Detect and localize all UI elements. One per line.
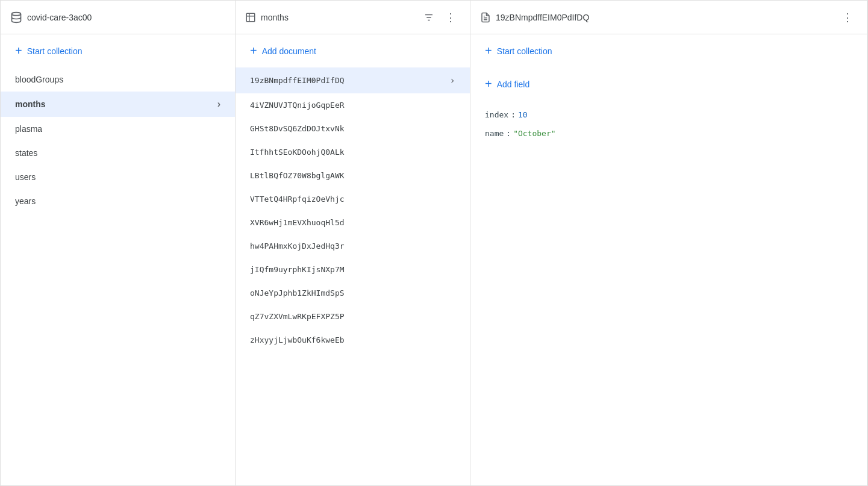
collection-label-months: months — [15, 99, 46, 109]
collection-item-states[interactable]: states — [1, 141, 235, 165]
collection-item-months[interactable]: months › — [1, 92, 235, 117]
document-chevron-0: › — [449, 75, 455, 86]
document-item-6[interactable]: XVR6wHj1mEVXhuoqHl5d — [236, 211, 470, 234]
field-colon-name: : — [506, 129, 511, 138]
more-vert-icon: ⋮ — [445, 11, 456, 24]
document-item-4[interactable]: LBtlBQfOZ70W8bglgAWK — [236, 164, 470, 187]
document-item-1[interactable]: 4iVZNUVJTQnijoGqpEeR — [236, 93, 470, 117]
collection-label-bloodgroups: bloodGroups — [15, 75, 63, 84]
document-item-8[interactable]: jIQfm9uyrphKIjsNXp7M — [236, 258, 470, 281]
document-id-2: GHSt8DvSQ6ZdDOJtxvNk — [250, 124, 345, 133]
filter-button[interactable] — [419, 8, 439, 27]
field-colon-index: : — [511, 110, 516, 119]
document-id-0: 19zBNmpdffEIM0PdIfDQ — [250, 76, 345, 85]
field-key-name: name — [485, 129, 504, 138]
add-field-plus-icon: + — [485, 77, 492, 91]
document-item-11[interactable]: zHxyyjLjwbOuKf6kweEb — [236, 328, 470, 352]
add-field-button[interactable]: + Add field — [470, 67, 867, 101]
document-item-7[interactable]: hw4PAHmxKojDxJedHq3r — [236, 234, 470, 258]
more-options-middle-button[interactable]: ⋮ — [441, 8, 460, 27]
document-id-11: zHxyyjLjwbOuKf6kweEb — [250, 335, 345, 344]
collection-label-states: states — [15, 148, 37, 158]
more-options-right-button[interactable]: ⋮ — [838, 8, 857, 27]
add-document-label: Add document — [262, 46, 316, 56]
collection-item-plasma[interactable]: plasma — [1, 117, 235, 141]
field-row-index: index : 10 — [470, 105, 867, 124]
document-id-5: VTTetQ4HRpfqizOeVhjc — [250, 195, 345, 204]
start-collection-right-plus-icon: + — [485, 44, 492, 58]
right-panel: 19zBNmpdffEIM0PdIfDQ ⋮ + Start collectio… — [470, 1, 867, 485]
document-id-4: LBtlBQfOZ70W8bglgAWK — [250, 171, 345, 180]
add-document-plus-icon: + — [250, 44, 257, 58]
right-panel-header: 19zBNmpdffEIM0PdIfDQ ⋮ — [470, 1, 867, 34]
months-chevron-icon: › — [217, 99, 220, 110]
add-document-button[interactable]: + Add document — [236, 34, 470, 67]
document-id-7: hw4PAHmxKojDxJedHq3r — [250, 241, 345, 251]
app-container: covid-care-3ac00 + Start collection bloo… — [0, 0, 868, 486]
right-panel-actions: ⋮ — [838, 8, 857, 27]
left-panel-header: covid-care-3ac00 — [1, 1, 235, 34]
document-item-9[interactable]: oNJeYpJphb1ZkHImdSpS — [236, 281, 470, 305]
document-id-3: ItfhhtSEoKDOohjQ0ALk — [250, 148, 345, 157]
document-item-2[interactable]: GHSt8DvSQ6ZdDOJtxvNk — [236, 117, 470, 140]
field-value-name: "October" — [513, 129, 555, 138]
collection-item-years[interactable]: years — [1, 189, 235, 213]
start-collection-right-label: Start collection — [497, 46, 552, 56]
document-id-6: XVR6wHj1mEVXhuoqHl5d — [250, 218, 345, 227]
collection-item-bloodgroups[interactable]: bloodGroups — [1, 67, 235, 92]
field-area: index : 10 name : "October" — [470, 101, 867, 485]
svg-point-0 — [12, 12, 21, 15]
left-panel-title: covid-care-3ac00 — [27, 13, 225, 22]
svg-rect-1 — [246, 13, 255, 22]
document-item-3[interactable]: ItfhhtSEoKDOohjQ0ALk — [236, 140, 470, 164]
collection-list: bloodGroups months › plasma states users… — [1, 67, 235, 485]
start-collection-right-button[interactable]: + Start collection — [470, 34, 867, 67]
collection-icon — [245, 12, 256, 23]
collection-item-users[interactable]: users — [1, 165, 235, 189]
right-panel-title: 19zBNmpdffEIM0PdIfDQ — [496, 13, 833, 22]
collection-label-plasma: plasma — [15, 124, 42, 134]
document-id-8: jIQfm9uyrphKIjsNXp7M — [250, 265, 345, 274]
more-vert-right-icon: ⋮ — [842, 11, 853, 24]
start-collection-label: Start collection — [27, 46, 83, 56]
start-collection-plus-icon: + — [15, 44, 22, 58]
document-item-0[interactable]: 19zBNmpdffEIM0PdIfDQ › — [236, 67, 470, 93]
document-item-10[interactable]: qZ7vZXVmLwRKpEFXPZ5P — [236, 305, 470, 328]
document-list: 19zBNmpdffEIM0PdIfDQ › 4iVZNUVJTQnijoGqp… — [236, 67, 470, 485]
collection-label-users: users — [15, 172, 36, 182]
add-field-label: Add field — [497, 79, 529, 89]
document-id-1: 4iVZNUVJTQnijoGqpEeR — [250, 101, 345, 110]
field-row-name: name : "October" — [470, 124, 867, 143]
document-icon — [480, 12, 491, 23]
middle-panel-actions: ⋮ — [419, 8, 460, 27]
collection-label-years: years — [15, 196, 36, 206]
field-value-index: 10 — [518, 110, 528, 119]
database-icon — [10, 11, 22, 23]
document-item-5[interactable]: VTTetQ4HRpfqizOeVhjc — [236, 187, 470, 211]
document-id-10: qZ7vZXVmLwRKpEFXPZ5P — [250, 312, 345, 321]
document-id-9: oNJeYpJphb1ZkHImdSpS — [250, 288, 345, 298]
middle-panel-header: months ⋮ — [236, 1, 470, 34]
middle-panel-title: months — [261, 13, 414, 22]
left-panel: covid-care-3ac00 + Start collection bloo… — [1, 1, 236, 485]
middle-panel: months ⋮ + Add document 19zBNm — [236, 1, 470, 485]
start-collection-button[interactable]: + Start collection — [1, 34, 235, 67]
field-key-index: index — [485, 110, 508, 119]
